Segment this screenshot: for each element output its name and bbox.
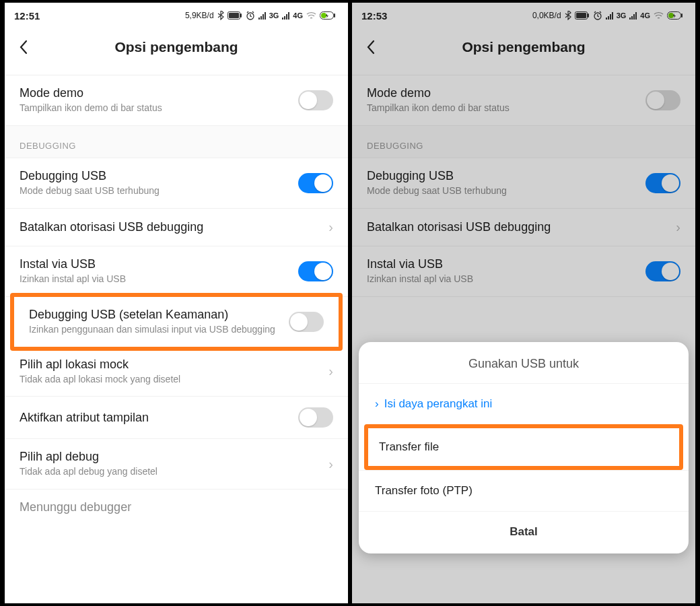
signal-icon <box>606 11 613 20</box>
chevron-right-icon: › <box>328 457 333 472</box>
row-demo-mode[interactable]: Mode demo Tampilkan ikon demo di bar sta… <box>352 75 695 126</box>
battery-icon <box>228 11 242 20</box>
option-transfer-photo[interactable]: Transfer foto (PTP) <box>359 470 689 511</box>
bluetooth-icon <box>565 11 571 20</box>
row-usb-debugging[interactable]: Debugging USB Mode debug saat USB terhub… <box>352 158 695 209</box>
charging-icon <box>320 11 336 20</box>
row-subtitle: Izinkan instal apl via USB <box>367 273 637 285</box>
toggle-usb-security[interactable] <box>289 312 324 332</box>
alarm-icon <box>593 11 602 20</box>
row-title: Mode demo <box>367 86 637 100</box>
status-right: 0,0KB/d 3G 4G <box>532 11 683 20</box>
app-header: Opsi pengembang <box>5 28 348 66</box>
row-title: Aktifkan atribut tampilan <box>20 411 290 425</box>
row-revoke-usb[interactable]: Batalkan otorisasi USB debugging › <box>5 209 348 246</box>
row-waiting-debugger: Menunggu debugger <box>5 490 348 514</box>
chevron-right-icon: › <box>328 364 333 379</box>
row-title: Debugging USB <box>367 169 637 183</box>
signal-icon-2 <box>282 11 289 20</box>
highlight-usb-security: Debugging USB (setelan Keamanan) Izinkan… <box>10 293 343 351</box>
toggle-demo-mode[interactable] <box>645 90 680 110</box>
chevron-right-icon: › <box>328 220 333 235</box>
status-speed: 0,0KB/d <box>532 11 561 20</box>
row-mock-location[interactable]: Pilih apl lokasi mock Tidak ada apl loka… <box>5 347 348 397</box>
phone-left: 12:51 5,9KB/d 3G 4G <box>5 3 348 603</box>
row-install-usb[interactable]: Instal via USB Izinkan instal apl via US… <box>352 246 695 297</box>
signal-icon <box>258 11 266 20</box>
toggle-demo-mode[interactable] <box>298 90 333 110</box>
signal-icon-2 <box>629 11 637 20</box>
row-title: Batalkan otorisasi USB debugging <box>20 220 320 234</box>
row-subtitle: Tampilkan ikon demo di bar status <box>367 102 637 114</box>
svg-rect-8 <box>588 13 589 18</box>
option-label: Isi daya perangkat ini <box>384 397 493 411</box>
svg-rect-5 <box>334 13 335 18</box>
row-install-usb[interactable]: Instal via USB Izinkan instal apl via US… <box>5 246 348 297</box>
battery-icon <box>575 11 590 20</box>
row-subtitle: Izinkan penggunaan dan simulasi input vi… <box>29 323 281 336</box>
status-bar: 12:51 5,9KB/d 3G 4G <box>5 3 348 28</box>
row-subtitle: Izinkan instal apl via USB <box>20 273 290 285</box>
row-title: Pilih apl debug <box>20 450 320 464</box>
chevron-right-icon: › <box>676 220 680 235</box>
svg-rect-12 <box>681 13 682 18</box>
svg-rect-6 <box>321 13 326 18</box>
section-header-debugging: DEBUGGING <box>352 126 695 158</box>
alarm-icon <box>246 11 255 20</box>
status-speed: 5,9KB/d <box>185 11 214 20</box>
toggle-view-attributes[interactable] <box>298 407 333 428</box>
row-subtitle: Tampilkan ikon demo di bar status <box>20 102 290 114</box>
toggle-install-usb[interactable] <box>645 261 680 281</box>
row-demo-mode[interactable]: Mode demo Tampilkan ikon demo di bar sta… <box>5 75 348 126</box>
row-subtitle: Mode debug saat USB terhubung <box>367 184 637 197</box>
svg-rect-13 <box>668 13 674 18</box>
row-title: Pilih apl lokasi mock <box>20 358 320 372</box>
cancel-button[interactable]: Batal <box>359 511 689 553</box>
row-usb-security[interactable]: Debugging USB (setelan Keamanan) Izinkan… <box>14 297 339 347</box>
net2-label: 4G <box>293 11 303 20</box>
status-right: 5,9KB/d 3G 4G <box>185 11 336 20</box>
section-header-debugging: DEBUGGING <box>5 126 348 158</box>
toggle-install-usb[interactable] <box>298 261 333 281</box>
phone-right: 12:53 0,0KB/d 3G 4G <box>352 3 695 603</box>
row-revoke-usb[interactable]: Batalkan otorisasi USB debugging › <box>352 209 695 246</box>
toggle-usb-debugging[interactable] <box>298 173 333 193</box>
wifi-icon <box>654 11 664 20</box>
net1-label: 3G <box>617 11 627 20</box>
dialog-title: Gunakan USB untuk <box>359 342 689 383</box>
row-subtitle: Tidak ada apl lokasi mock yang disetel <box>20 373 320 386</box>
settings-list: Mode demo Tampilkan ikon demo di bar sta… <box>5 66 348 514</box>
app-header: Opsi pengembang <box>352 28 695 66</box>
status-time: 12:53 <box>361 10 387 22</box>
row-subtitle: Mode debug saat USB terhubung <box>20 184 290 197</box>
row-title: Mode demo <box>20 86 290 100</box>
svg-rect-9 <box>576 13 586 18</box>
page-title: Opsi pengembang <box>352 39 695 55</box>
row-usb-debugging[interactable]: Debugging USB Mode debug saat USB terhub… <box>5 158 348 209</box>
option-label: Transfer file <box>379 440 439 454</box>
option-transfer-file[interactable]: Transfer file <box>368 428 679 466</box>
wifi-icon <box>306 11 316 20</box>
option-charge-device[interactable]: › Isi daya perangkat ini <box>359 383 689 424</box>
row-title: Batalkan otorisasi USB debugging <box>367 220 668 234</box>
row-debug-app[interactable]: Pilih apl debug Tidak ada apl debug yang… <box>5 439 348 490</box>
svg-rect-2 <box>229 13 239 18</box>
bluetooth-icon <box>217 11 224 20</box>
charging-icon <box>667 11 683 20</box>
status-bar: 12:53 0,0KB/d 3G 4G <box>352 3 695 28</box>
row-title: Debugging USB <box>20 169 290 183</box>
row-title: Instal via USB <box>367 257 637 271</box>
usb-mode-dialog: Gunakan USB untuk › Isi daya perangkat i… <box>359 342 689 553</box>
toggle-usb-debugging[interactable] <box>645 173 680 193</box>
net2-label: 4G <box>640 11 650 20</box>
row-subtitle: Tidak ada apl debug yang disetel <box>20 465 320 478</box>
row-view-attributes[interactable]: Aktifkan atribut tampilan <box>5 397 348 439</box>
net1-label: 3G <box>269 11 279 20</box>
status-time: 12:51 <box>14 10 40 22</box>
page-title: Opsi pengembang <box>5 39 348 55</box>
row-title: Debugging USB (setelan Keamanan) <box>29 308 281 322</box>
row-title: Instal via USB <box>20 257 290 271</box>
svg-rect-1 <box>240 13 242 18</box>
chevron-right-icon: › <box>375 397 379 411</box>
highlight-transfer-file: Transfer file <box>364 424 683 470</box>
